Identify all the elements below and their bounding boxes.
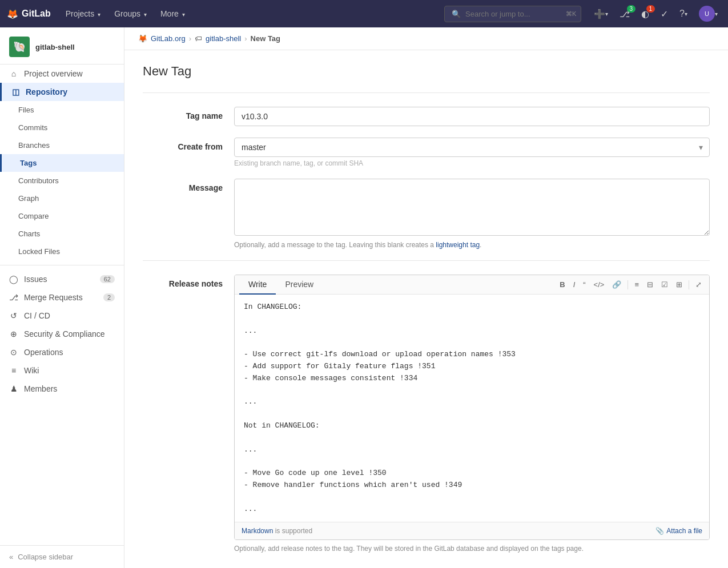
sidebar-item-locked-files[interactable]: Locked Files <box>0 243 124 260</box>
breadcrumb-gitlab-org[interactable]: GitLab.org <box>151 34 186 43</box>
project-avatar: 🐚 <box>9 37 30 57</box>
sidebar-item-repository[interactable]: ◫ Repository <box>0 83 124 101</box>
message-textarea[interactable] <box>234 179 710 236</box>
create-from-select[interactable]: master <box>234 138 710 157</box>
search-input[interactable] <box>465 10 561 18</box>
new-item-button[interactable]: ➕ ▾ <box>590 6 612 22</box>
bold-button[interactable]: B <box>557 279 568 291</box>
fullscreen-button[interactable]: ⤢ <box>693 279 705 291</box>
shield-icon: ⊕ <box>9 329 18 339</box>
user-menu[interactable]: U ▾ <box>695 3 721 24</box>
sidebar-item-wiki[interactable]: ≡ Wiki <box>0 361 124 380</box>
attach-file-button[interactable]: 📎 Attach a file <box>655 527 702 535</box>
sidebar-item-label: Graph <box>18 194 39 203</box>
search-bar[interactable]: 🔍 ⌘K <box>444 6 581 22</box>
ordered-list-button[interactable]: ⊟ <box>644 279 656 291</box>
editor-body[interactable]: In CHANGELOG: ... - Use correct git-lfs … <box>235 295 709 522</box>
tag-name-row: Tag name <box>143 107 710 126</box>
flame-icon: 🦊 <box>7 9 18 19</box>
italic-button[interactable]: I <box>570 279 578 291</box>
chevron-down-icon: ▾ <box>685 11 687 17</box>
message-label: Message <box>143 179 234 192</box>
tag-name-input-area <box>234 107 710 126</box>
release-notes-row: Release notes Write Preview B I “ </> <box>143 275 710 553</box>
sidebar-item-charts[interactable]: Charts <box>0 225 124 243</box>
sidebar-item-tags[interactable]: Tags <box>0 154 124 172</box>
sidebar-item-graph[interactable]: Graph <box>0 190 124 207</box>
sidebar-divider <box>0 265 124 265</box>
sidebar-item-label: Operations <box>24 348 63 357</box>
navbar-icons: ➕ ▾ ⎇ 3 ◐ 1 ✓ ? ▾ U ▾ <box>590 3 721 24</box>
breadcrumb: 🦊 GitLab.org › 🏷 gitlab-shell › New Tag <box>124 27 728 50</box>
navbar-nav: Projects ▾ Groups ▾ More ▾ <box>60 6 191 22</box>
repository-icon: ◫ <box>11 87 20 96</box>
sidebar-item-issues[interactable]: ◯ Issues 62 <box>0 270 124 288</box>
quote-button[interactable]: “ <box>580 279 588 291</box>
bullet-list-button[interactable]: ≡ <box>632 279 642 291</box>
release-notes-hint: Optionally, add release notes to the tag… <box>234 545 710 553</box>
sidebar-item-security-compliance[interactable]: ⊕ Security & Compliance <box>0 325 124 343</box>
wiki-icon: ≡ <box>9 366 18 375</box>
sidebar-item-label: Issues <box>24 275 47 284</box>
sidebar-item-label: Compare <box>18 212 49 220</box>
sidebar-item-members[interactable]: ♟ Members <box>0 380 124 398</box>
issues-button[interactable]: ◐ 1 <box>638 6 653 22</box>
breadcrumb-sep: › <box>189 34 191 43</box>
code-button[interactable]: </> <box>591 279 608 291</box>
attach-icon: 📎 <box>655 527 664 535</box>
sidebar-item-operations[interactable]: ⊙ Operations <box>0 343 124 361</box>
issues-icon: ◯ <box>9 275 18 284</box>
lightweight-tag-link[interactable]: lightweight tag <box>436 241 480 249</box>
sidebar-item-label: Wiki <box>24 366 39 375</box>
help-button[interactable]: ? ▾ <box>676 6 691 21</box>
chevron-down-icon: ▾ <box>605 11 608 17</box>
sidebar-item-label: Files <box>18 106 34 114</box>
editor-toolbar: B I “ </> 🔗 ≡ ⊟ ☑ ⊞ ⤢ <box>557 276 705 293</box>
sidebar-item-contributors[interactable]: Contributors <box>0 172 124 190</box>
sidebar-item-compare[interactable]: Compare <box>0 207 124 225</box>
task-list-button[interactable]: ☑ <box>658 279 671 291</box>
collapse-sidebar-button[interactable]: « Collapse sidebar <box>0 545 124 568</box>
sidebar-item-label: Members <box>24 384 57 393</box>
merge-requests-button[interactable]: ⎇ 3 <box>616 6 633 22</box>
operations-icon: ⊙ <box>9 348 18 357</box>
markdown-link[interactable]: Markdown <box>242 527 273 535</box>
table-button[interactable]: ⊞ <box>673 279 685 291</box>
sidebar-item-merge-requests[interactable]: ⎇ Merge Requests 2 <box>0 288 124 307</box>
nav-projects[interactable]: Projects ▾ <box>60 6 106 22</box>
link-button[interactable]: 🔗 <box>609 279 624 291</box>
sidebar-item-branches[interactable]: Branches <box>0 136 124 154</box>
sidebar-item-label: Security & Compliance <box>24 329 105 339</box>
form-divider <box>143 92 710 93</box>
main-content: 🦊 GitLab.org › 🏷 gitlab-shell › New Tag … <box>124 27 728 568</box>
sidebar-item-files[interactable]: Files <box>0 101 124 119</box>
page-body: New Tag Tag name Create from master <box>124 50 728 568</box>
search-icon: 🔍 <box>452 10 461 18</box>
todo-icon: ✓ <box>661 9 668 19</box>
tab-write[interactable]: Write <box>239 275 276 295</box>
sidebar-item-label: CI / CD <box>24 311 50 320</box>
breadcrumb-sep: › <box>244 34 247 43</box>
nav-groups[interactable]: Groups ▾ <box>108 6 152 22</box>
todo-button[interactable]: ✓ <box>657 6 671 22</box>
brand-logo[interactable]: 🦊 GitLab <box>7 9 51 19</box>
create-from-select-wrapper: master <box>234 138 710 157</box>
layout: 🐚 gitlab-shell ⌂ Project overview ◫ Repo… <box>0 27 728 568</box>
create-from-input-area: master Existing branch name, tag, or com… <box>234 138 710 167</box>
sidebar-item-project-overview[interactable]: ⌂ Project overview <box>0 65 124 83</box>
collapse-icon: « <box>9 553 13 561</box>
tag-name-input[interactable] <box>234 107 710 126</box>
create-from-label: Create from <box>143 138 234 151</box>
project-name: gitlab-shell <box>35 43 75 51</box>
sidebar-item-commits[interactable]: Commits <box>0 119 124 136</box>
editor-content: In CHANGELOG: ... - Use correct git-lfs … <box>244 301 700 515</box>
sidebar-item-cicd[interactable]: ↺ CI / CD <box>0 307 124 325</box>
nav-more[interactable]: More ▾ <box>155 6 191 22</box>
breadcrumb-project[interactable]: gitlab-shell <box>206 34 241 43</box>
editor-tab-bar: Write Preview B I “ </> 🔗 ≡ ⊟ <box>235 275 709 295</box>
create-from-hint: Existing branch name, tag, or commit SHA <box>234 159 710 167</box>
sidebar-item-label: Tags <box>20 159 37 167</box>
tab-preview[interactable]: Preview <box>276 275 323 295</box>
chevron-down-icon: ▾ <box>144 11 147 18</box>
avatar: U <box>699 6 715 22</box>
